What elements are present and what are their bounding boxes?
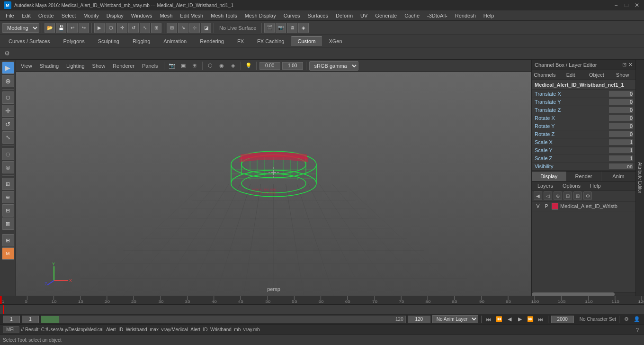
layers-remove-button[interactable]: ⊟ [564,191,572,200]
fps-input[interactable] [551,316,574,323]
channel-value-scale-x[interactable]: 1 [609,139,633,145]
step-back-button[interactable]: ⏪ [495,315,503,324]
close-button[interactable]: ✕ [634,2,640,9]
display-settings-button[interactable]: 🖥 [287,23,297,33]
hypershade-button[interactable]: ◈ [298,23,309,33]
anim-range-slider[interactable]: 120 [41,316,406,323]
menu-uv[interactable]: UV [357,12,371,19]
vp-menu-show[interactable]: Show [89,62,108,70]
vp-light-button[interactable]: 💡 [244,61,253,71]
cb-tab-edit[interactable]: Edit [558,70,584,80]
vp-frame-button[interactable]: ▣ [179,61,188,71]
layer-color-swatch[interactable] [552,203,558,209]
layers-add-button[interactable]: ⊕ [554,191,562,200]
menu-rendesh[interactable]: Rendesh [451,12,480,19]
vp-wireframe-button[interactable]: ⬡ [206,61,215,71]
channel-scale-z[interactable]: Scale Z 1 [532,154,635,163]
menu-cache[interactable]: Cache [401,12,423,19]
menu-deform[interactable]: Deform [332,12,357,19]
vp-menu-lighting[interactable]: Lighting [63,62,88,70]
vp-menu-shading[interactable]: Shading [37,62,62,70]
menu-mesh-tools[interactable]: Mesh Tools [207,12,241,19]
soft-select-button[interactable]: ◌ [2,148,14,160]
current-frame-input[interactable] [3,316,20,323]
menu-modify[interactable]: Modify [80,12,102,19]
tab-fx[interactable]: FX [231,36,250,46]
move-button[interactable]: ✛ [2,105,14,117]
channel-value-rotate-z[interactable]: 0 [609,131,633,137]
render-button[interactable]: 🎬 [264,23,275,33]
maya-logo-button[interactable]: M [2,247,14,260]
tab-sculpting[interactable]: Sculpting [91,36,126,46]
channel-box-expand-icon[interactable]: ⊡ [622,62,626,68]
vp-field1[interactable] [259,62,280,70]
range-start-input[interactable] [22,316,39,323]
snap-grid-button[interactable]: ⊞ [167,23,177,33]
tab-rigging[interactable]: Rigging [126,36,157,46]
channel-value-translate-z[interactable]: 0 [609,107,633,113]
channel-rotate-z[interactable]: Rotate Z 0 [532,130,635,138]
channel-value-rotate-x[interactable]: 0 [609,115,633,121]
vp-field2[interactable] [282,62,303,70]
channel-value-scale-z[interactable]: 1 [609,155,633,161]
jump-to-start-button[interactable]: ⏮ [484,315,493,324]
channel-value-translate-y[interactable]: 0 [609,99,633,105]
rotate-tool-button[interactable]: ↺ [128,23,139,33]
menu-mesh-display[interactable]: Mesh Display [241,12,280,19]
axis-button[interactable]: ⊞ [2,234,14,246]
menu-windows[interactable]: Windows [127,12,156,19]
vp-menu-renderer[interactable]: Renderer [110,62,137,70]
tab-rendering[interactable]: Rendering [193,36,231,46]
channel-box-close-icon[interactable]: ✕ [628,62,633,68]
mode-dropdown[interactable]: Modeling [2,23,39,33]
channel-translate-y[interactable]: Translate Y 0 [532,98,635,106]
range-end-input[interactable] [408,316,430,323]
layers-prev-button[interactable]: ◁ [544,191,552,200]
snap-to-grid-button[interactable]: ⊞ [2,178,14,190]
menu-3dto[interactable]: -3DtoAll- [423,12,451,19]
vp-menu-panels[interactable]: Panels [139,62,161,70]
channel-box-scroll-area[interactable]: Medical_Alert_ID_Wristband_ncl1_1 Transl… [532,80,635,171]
play-back-button[interactable]: ◀ [505,315,514,324]
menu-file[interactable]: File [2,12,18,19]
menu-mesh[interactable]: Mesh [156,12,176,19]
menu-edit[interactable]: Edit [18,12,35,19]
play-forward-button[interactable]: ▶ [516,315,524,324]
vp-texture-button[interactable]: ◈ [228,61,238,71]
paint-select-button[interactable]: ⊕ [2,75,14,87]
channel-scale-y[interactable]: Scale Y 1 [532,146,635,154]
attribute-editor-tab[interactable]: Attribute Editor [635,60,644,296]
layers-new-button[interactable]: ◀ [534,191,542,200]
tab-curves-surfaces[interactable]: Curves / Surfaces [2,36,56,46]
layer-item[interactable]: V P Medical_Alert_ID_Wristb [532,201,635,211]
cb-display-tab-render[interactable]: Render [566,172,601,181]
vp-smooth-button[interactable]: ◉ [217,61,226,71]
menu-select[interactable]: Select [58,12,80,19]
jump-to-end-button[interactable]: ⏭ [537,315,545,324]
timeline-track[interactable] [0,305,644,314]
menu-help[interactable]: Help [480,12,498,19]
snap-point-button[interactable]: ⊹ [189,23,200,33]
channel-scale-x[interactable]: Scale X 1 [532,138,635,146]
tab-xgen[interactable]: XGen [322,36,349,46]
anim-layer-dropdown[interactable]: No Anim Layer [432,315,478,323]
layers-tab-options[interactable]: Options [559,182,584,190]
last-tool-button[interactable]: ⊞ [151,23,161,33]
cb-tab-channels[interactable]: Channels [532,70,558,80]
add-division-button[interactable]: ⊕ [2,191,14,203]
tab-animation[interactable]: Animation [157,36,193,46]
vp-grid-button[interactable]: ⊞ [190,61,199,71]
layer-playback-toggle[interactable]: P [543,203,550,209]
channel-value-rotate-y[interactable]: 0 [609,123,633,129]
lasso-select-button[interactable]: ⬡ [2,91,14,104]
channel-rotate-y[interactable]: Rotate Y 0 [532,122,635,130]
scale-tool-button[interactable]: ⤡ [140,23,150,33]
anim-char-button[interactable]: 👤 [633,315,641,324]
maximize-button[interactable]: □ [623,2,630,9]
menu-curves[interactable]: Curves [280,12,304,19]
anim-settings-button[interactable]: ⚙ [622,315,631,324]
redo-button[interactable]: ↪ [79,23,89,33]
ipr-button[interactable]: 📷 [276,23,286,33]
move-tool-button[interactable]: ✛ [117,23,127,33]
select-mode-button[interactable]: ▶ [2,62,14,74]
